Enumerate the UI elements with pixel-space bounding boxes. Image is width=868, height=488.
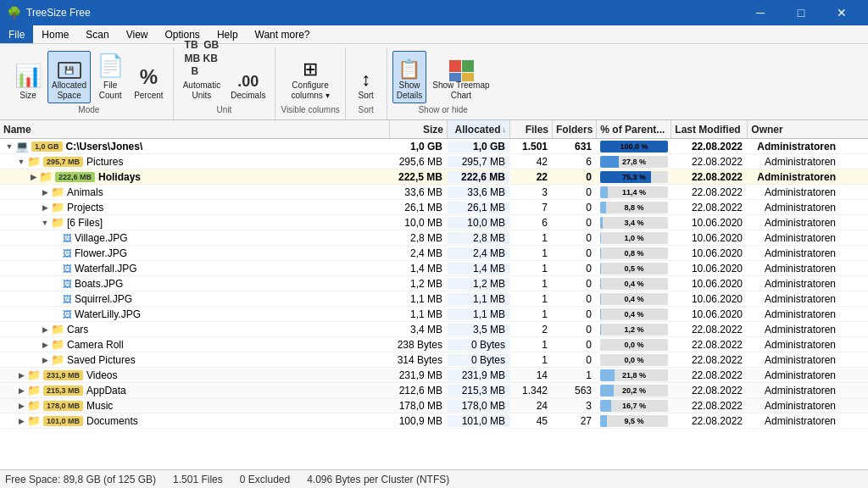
expand-button[interactable]: ▶ <box>27 173 39 181</box>
alloc-cell: 1,1 MB <box>448 293 510 305</box>
show-details-icon: 📋 <box>398 58 420 80</box>
modified-cell: 22.08.2022 <box>671 141 748 152</box>
tree-row[interactable]: 🖼Village.JPG2,8 MB2,8 MB101,0 %10.06.202… <box>0 230 868 246</box>
owner-cell: Administratoren <box>748 247 841 259</box>
size-cell: 1,0 GB <box>390 141 448 152</box>
allocated-space-button[interactable]: 💾 AllocatedSpace <box>47 51 91 103</box>
tree-row[interactable]: ▶📁Animals33,6 MB33,6 MB3011,4 %22.08.202… <box>0 185 868 200</box>
col-size-label: Size <box>423 124 443 136</box>
files-cell: 22 <box>510 171 553 183</box>
tree-row[interactable]: ▶📁231,9 MBVideos231,9 MB231,9 MB14121,8 … <box>0 368 868 383</box>
tree-row[interactable]: 🖼Waterfall.JPG1,4 MB1,4 MB100,5 %10.06.2… <box>0 261 868 276</box>
col-modified[interactable]: Last Modified <box>671 120 748 138</box>
col-name[interactable]: Name <box>0 120 390 138</box>
close-button[interactable]: ✕ <box>822 0 861 25</box>
tree-row[interactable]: 🖼Boats.JPG1,2 MB1,2 MB100,4 %10.06.2020A… <box>0 276 868 291</box>
tree-row[interactable]: ▶📁178,0 MBMusic178,0 MB178,0 MB24316,7 %… <box>0 398 868 413</box>
folders-cell: 6 <box>553 156 597 168</box>
expand-button[interactable]: ▶ <box>15 402 27 410</box>
automatic-units-button[interactable]: TB GB MB KB B AutomaticUnits <box>179 51 225 103</box>
expand-button[interactable]: ▼ <box>15 158 27 166</box>
maximize-button[interactable]: □ <box>782 0 821 25</box>
folder-icon: 📁 <box>27 369 41 381</box>
pct-bar-wrap: 27,8 % <box>600 156 668 168</box>
modified-cell: 10.06.2020 <box>671 293 748 305</box>
folder-icon: 📁 <box>39 170 53 183</box>
files-status: 1.501 Files <box>173 474 223 485</box>
name-cell: 🖼WaterLilly.JPG <box>0 308 390 320</box>
pct-bar-wrap: 0,4 % <box>600 293 668 305</box>
owner-cell: Administratoren <box>748 400 841 412</box>
expand-button[interactable]: ▶ <box>39 203 51 212</box>
size-button[interactable]: 📊 Size <box>10 51 46 103</box>
configure-columns-button[interactable]: ⊞ Configurecolumns ▾ <box>285 51 336 103</box>
pct-cell: 9,5 % <box>597 415 671 427</box>
expand-button[interactable]: ▼ <box>39 219 51 227</box>
folders-cell: 1 <box>553 369 597 381</box>
show-details-button[interactable]: 📋 ShowDetails <box>392 51 427 103</box>
minimize-button[interactable]: ─ <box>741 0 780 25</box>
pct-cell: 0,8 % <box>597 247 671 259</box>
expand-button[interactable]: ▶ <box>39 188 51 197</box>
menu-view[interactable]: View <box>118 25 157 43</box>
tree-row[interactable]: 🖼WaterLilly.JPG1,1 MB1,1 MB100,4 %10.06.… <box>0 307 868 322</box>
tree-row[interactable]: ▶📁Saved Pictures314 Bytes0 Bytes100,0 %2… <box>0 352 868 368</box>
size-cell: 222,5 MB <box>390 171 448 183</box>
file-count-button[interactable]: 📄 FileCount <box>92 51 128 103</box>
tree-row[interactable]: ▶📁222,6 MBHolidays222,5 MB222,6 MB22075,… <box>0 169 868 185</box>
size-cell: 3,4 MB <box>390 324 448 336</box>
menu-home[interactable]: Home <box>33 25 77 43</box>
expand-button[interactable]: ▶ <box>15 386 27 395</box>
col-allocated[interactable]: Allocated ↓ <box>448 120 510 138</box>
tree-row[interactable]: ▶📁Cars3,4 MB3,5 MB201,2 %22.08.2022Admin… <box>0 322 868 337</box>
expand-button[interactable]: ▶ <box>39 325 51 334</box>
menu-file[interactable]: File <box>0 25 33 43</box>
percent-button[interactable]: % Percent <box>130 51 167 103</box>
col-owner[interactable]: Owner <box>748 120 841 138</box>
show-details-label: ShowDetails <box>397 80 423 101</box>
col-allocated-label: Allocated <box>454 124 500 136</box>
tree-row[interactable]: 🖼Squirrel.JPG1,1 MB1,1 MB100,4 %10.06.20… <box>0 291 868 307</box>
folders-cell: 0 <box>553 247 597 259</box>
files-cell: 24 <box>510 400 553 412</box>
pct-bar-text: 11,4 % <box>600 186 668 198</box>
show-treemap-button[interactable]: Show TreemapChart <box>428 51 493 103</box>
expand-button[interactable]: ▼ <box>3 142 15 151</box>
name-cell: 🖼Boats.JPG <box>0 278 390 290</box>
pct-bar-text: 21,8 % <box>600 369 668 381</box>
expand-button[interactable]: ▶ <box>39 341 51 349</box>
tree-row[interactable]: ▼💻1,0 GBC:\Users\Jones\1,0 GB1,0 GB1.501… <box>0 139 868 154</box>
expand-button[interactable]: ▶ <box>15 371 27 380</box>
col-size[interactable]: Size <box>390 120 448 138</box>
pct-bar-wrap: 11,4 % <box>600 186 668 198</box>
decimals-button[interactable]: .00 Decimals <box>226 51 270 103</box>
tree-row[interactable]: ▼📁295,7 MBPictures295,6 MB295,7 MB42627,… <box>0 154 868 169</box>
tree-row[interactable]: ▶📁101,0 MBDocuments100,9 MB101,0 MB45279… <box>0 413 868 429</box>
file-tree[interactable]: ▼💻1,0 GBC:\Users\Jones\1,0 GB1,0 GB1.501… <box>0 139 868 469</box>
expand-button[interactable]: ▶ <box>15 417 27 425</box>
size-badge: 178,0 MB <box>43 401 83 411</box>
mode-group-label: Mode <box>78 105 99 116</box>
col-pct[interactable]: % of Parent... <box>597 120 671 138</box>
modified-cell: 10.06.2020 <box>671 232 748 244</box>
folder-icon: 💻 <box>15 140 29 152</box>
alloc-cell: 178,0 MB <box>448 400 510 412</box>
size-cell: 231,9 MB <box>390 369 448 381</box>
expand-button[interactable]: ▶ <box>39 356 51 364</box>
tree-row[interactable]: ▼📁[6 Files]10,0 MB10,0 MB603,4 %10.06.20… <box>0 215 868 230</box>
col-name-label: Name <box>3 124 31 136</box>
menu-scan[interactable]: Scan <box>77 25 117 43</box>
menu-bar: File Home Scan View Options Help Want mo… <box>0 25 868 44</box>
tree-row[interactable]: 🖼Flower.JPG2,4 MB2,4 MB100,8 %10.06.2020… <box>0 246 868 261</box>
cluster-status: 4.096 Bytes per Cluster (NTFS) <box>307 474 449 485</box>
menu-want-more[interactable]: Want more? <box>247 25 319 43</box>
decimals-label: Decimals <box>231 91 265 101</box>
col-files[interactable]: Files <box>510 120 553 138</box>
col-folders[interactable]: Folders <box>553 120 597 138</box>
modified-cell: 22.08.2022 <box>671 186 748 198</box>
tree-row[interactable]: ▶📁Camera Roll238 Bytes0 Bytes100,0 %22.0… <box>0 337 868 352</box>
tree-row[interactable]: ▶📁Projects26,1 MB26,1 MB708,8 %22.08.202… <box>0 200 868 215</box>
sort-button[interactable]: ↕ Sort <box>351 51 381 103</box>
sort-group-label: Sort <box>359 105 374 116</box>
tree-row[interactable]: ▶📁215,3 MBAppData212,6 MB215,3 MB1.34256… <box>0 383 868 398</box>
